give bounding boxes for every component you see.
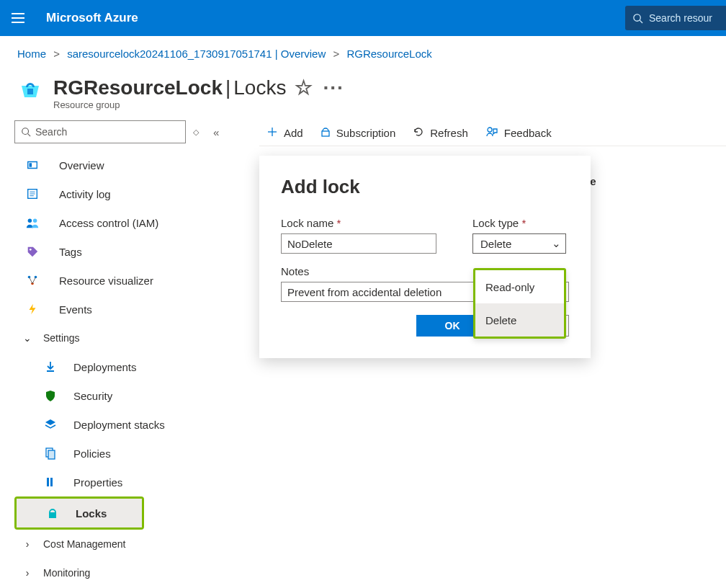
- page-header: RGResourceLock | Locks ☆ ··· Resource gr…: [0, 64, 726, 110]
- sidebar-item-activity-log[interactable]: Activity log: [14, 179, 252, 208]
- dialog-title: Add lock: [281, 176, 569, 198]
- sidebar-item-tags[interactable]: Tags: [14, 237, 252, 266]
- sidebar: Search ◇ « Overview Activity log Access …: [14, 120, 252, 588]
- svg-point-0: [634, 14, 640, 20]
- refresh-button[interactable]: Refresh: [413, 126, 468, 140]
- sidebar-search-input[interactable]: Search: [14, 120, 186, 143]
- lock-type-dropdown-list: Read-only Delete: [473, 268, 566, 339]
- sidebar-item-label: Security: [73, 390, 112, 402]
- sidebar-group-settings[interactable]: ⌄ Settings: [14, 324, 252, 352]
- sidebar-item-locks[interactable]: Locks: [17, 499, 142, 527]
- svg-rect-20: [47, 478, 49, 486]
- svg-rect-21: [50, 478, 53, 486]
- lock-icon: [38, 507, 67, 520]
- sidebar-item-label: Policies: [73, 447, 111, 460]
- dropdown-option-delete[interactable]: Delete: [475, 303, 564, 337]
- sidebar-item-label: Access control (IAM): [59, 217, 158, 229]
- sidebar-item-label: Deployment stacks: [73, 419, 165, 431]
- add-button[interactable]: Add: [266, 126, 303, 140]
- lock-type-select[interactable]: Delete ⌄: [472, 233, 566, 254]
- sidebar-item-label: Deployments: [73, 361, 137, 373]
- sidebar-item-label: Events: [59, 303, 92, 316]
- page-title-main: RGResourceLock: [53, 76, 223, 99]
- tool-label: Subscription: [336, 127, 396, 139]
- iam-icon: [14, 216, 50, 229]
- sidebar-item-label: Properties: [73, 476, 122, 489]
- sidebar-group-label: Cost Management: [43, 538, 125, 550]
- sidebar-item-deployments[interactable]: Deployments: [14, 352, 252, 381]
- plus-icon: [266, 126, 278, 140]
- tags-icon: [14, 245, 50, 258]
- sidebar-item-label: Tags: [59, 246, 82, 258]
- breadcrumb-sep-1: >: [49, 48, 64, 60]
- properties-icon: [36, 476, 65, 489]
- svg-line-3: [28, 134, 31, 137]
- deployments-icon: [36, 360, 65, 373]
- chevron-right-icon: ›: [19, 567, 36, 579]
- resource-type-label: Resource group: [53, 99, 344, 110]
- sidebar-item-resource-visualizer[interactable]: Resource visualizer: [14, 266, 252, 295]
- hamburger-menu-button[interactable]: [0, 0, 36, 36]
- sidebar-item-deployment-stacks[interactable]: Deployment stacks: [14, 410, 252, 439]
- top-bar: Microsoft Azure Search resour: [0, 0, 726, 36]
- shield-icon: [36, 389, 65, 402]
- expand-icon[interactable]: ◇: [193, 128, 199, 137]
- svg-point-2: [22, 128, 29, 135]
- refresh-icon: [413, 126, 424, 140]
- feedback-icon: [485, 126, 498, 140]
- lock-type-label: Lock type *: [472, 217, 566, 229]
- lock-name-label: Lock name *: [281, 217, 436, 229]
- sidebar-group-monitoring[interactable]: › Monitoring: [14, 558, 252, 587]
- more-icon[interactable]: ···: [323, 76, 344, 99]
- star-icon[interactable]: ☆: [295, 76, 313, 99]
- svg-line-16: [32, 277, 36, 284]
- tool-label: Add: [284, 127, 303, 139]
- search-icon: [632, 13, 643, 24]
- page-title-sep: |: [225, 76, 230, 99]
- brand-name: Microsoft Azure: [36, 11, 138, 25]
- page-title-sub: Locks: [233, 76, 286, 99]
- breadcrumb-home[interactable]: Home: [17, 48, 46, 60]
- global-search-input[interactable]: Search resour: [625, 6, 726, 30]
- breadcrumb-third[interactable]: RGResourceLock: [346, 48, 431, 60]
- lock-name-input[interactable]: NoDelete: [281, 233, 436, 254]
- chevron-down-icon: ⌄: [19, 332, 36, 344]
- sidebar-item-label: Locks: [76, 507, 107, 520]
- sidebar-item-security[interactable]: Security: [14, 381, 252, 410]
- policies-icon: [36, 447, 65, 460]
- sidebar-search-placeholder: Search: [35, 126, 67, 138]
- sidebar-group-label: Monitoring: [43, 567, 90, 579]
- breadcrumb: Home > saresourcelock20241106_1730917051…: [0, 36, 726, 64]
- sidebar-group-label: Settings: [43, 332, 80, 344]
- subscription-button[interactable]: Subscription: [321, 126, 396, 140]
- sidebar-item-properties[interactable]: Properties: [14, 468, 252, 496]
- feedback-button[interactable]: Feedback: [485, 126, 552, 140]
- overview-icon: [14, 159, 50, 172]
- chevron-down-icon: ⌄: [552, 237, 561, 250]
- dropdown-option-readonly[interactable]: Read-only: [475, 270, 564, 303]
- sidebar-item-events[interactable]: Events: [14, 295, 252, 324]
- tool-label: Refresh: [430, 127, 468, 139]
- events-icon: [14, 303, 50, 316]
- page-title: RGResourceLock | Locks ☆ ···: [53, 68, 344, 99]
- activity-log-icon: [14, 187, 50, 200]
- sidebar-item-label: Activity log: [59, 188, 111, 200]
- svg-point-11: [30, 249, 32, 251]
- svg-rect-25: [322, 131, 329, 136]
- chevron-right-icon: ›: [19, 538, 36, 550]
- sidebar-item-label: Overview: [59, 159, 104, 172]
- svg-rect-4: [30, 163, 32, 166]
- sidebar-item-overview[interactable]: Overview: [14, 151, 252, 179]
- search-icon: [21, 127, 31, 137]
- visualizer-icon: [14, 274, 50, 287]
- tool-label: Feedback: [504, 127, 552, 139]
- sidebar-item-access-control[interactable]: Access control (IAM): [14, 208, 252, 237]
- sidebar-group-cost-management[interactable]: › Cost Management: [14, 530, 252, 558]
- svg-point-9: [28, 219, 32, 223]
- svg-line-15: [30, 277, 33, 284]
- breadcrumb-second[interactable]: saresourcelock20241106_1730917051741 | O…: [67, 48, 326, 60]
- svg-rect-17: [47, 370, 54, 372]
- collapse-sidebar-icon[interactable]: «: [213, 126, 219, 138]
- stacks-icon: [36, 418, 65, 431]
- sidebar-item-policies[interactable]: Policies: [14, 439, 252, 468]
